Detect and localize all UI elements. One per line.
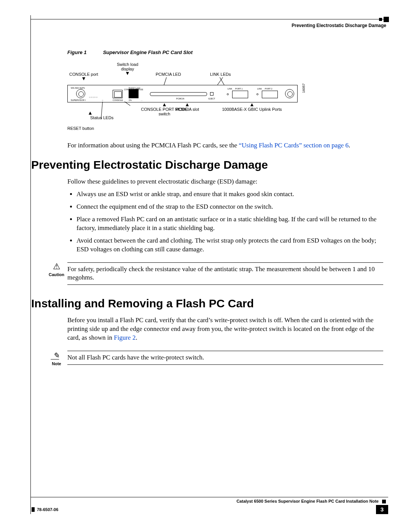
screw-left-icon <box>76 89 85 98</box>
header-corner-marker <box>384 17 389 22</box>
note-label: Note <box>46 361 67 366</box>
status-leds-icon: ○○○○○ <box>89 96 98 98</box>
gbic-port1-icon <box>232 91 248 98</box>
header-rule <box>31 19 388 19</box>
list-item: Place a removed Flash PC card on an anti… <box>76 215 383 233</box>
screw-right-icon <box>285 89 294 98</box>
note-block: Note Not all Flash PC cards have the wri… <box>46 351 383 366</box>
callout-status-leds: Status LEDs <box>67 112 113 120</box>
figure1-caption-text: Supervisor Engine Flash PC Card Slot <box>103 50 193 55</box>
caution-text: For safety, periodically check the resis… <box>67 262 383 285</box>
section1-title: Preventing Electrostatic Discharge Damag… <box>31 158 383 171</box>
page-number: 3 <box>376 505 388 514</box>
callout-link-leds: LINK LEDs <box>210 72 231 77</box>
caution-label: Caution <box>46 272 67 277</box>
list-item: Always use an ESD wrist or ankle strap, … <box>76 190 383 199</box>
caution-icon: ⚠ <box>46 262 67 271</box>
list-item: Connect the equipment end of the strap t… <box>76 203 383 211</box>
supervisor-panel: WS-X6K-SUP1 SUPERVISOR I ○○○○○ ○ CONSOLE… <box>67 85 298 102</box>
list-item: Avoid contact between the card and cloth… <box>76 236 383 254</box>
footer-marker-icon <box>382 500 386 503</box>
footer-doc-title: Catalyst 6500 Series Supervisor Engine F… <box>236 499 379 503</box>
eject-button-icon <box>210 92 213 96</box>
running-head: Preventing Electrostatic Discharge Damag… <box>292 23 386 28</box>
note-icon <box>51 351 62 357</box>
figure1-label: Figure 1 <box>67 50 102 55</box>
callout-reset-button: RESET button <box>67 126 94 131</box>
note-text: Not all Flash PC cards have the write-pr… <box>67 351 383 365</box>
load-display-icon <box>129 89 139 98</box>
callout-switch-load: Switch load display <box>117 62 138 75</box>
esd-guidelines-list: Always use an ESD wrist or ankle strap, … <box>76 190 383 254</box>
callout-uplink-ports: 1000BASE-X GBIC Uplink Ports <box>208 103 296 112</box>
caution-block: ⚠ Caution For safety, periodically check… <box>46 262 383 285</box>
section1-lead: Follow these guidelines to prevent elect… <box>67 177 383 186</box>
xref-using-flash-pc-cards[interactable]: “Using Flash PC Cards” section on page 6 <box>239 142 349 149</box>
intro-paragraph: For information about using the PCMCIA F… <box>67 141 383 150</box>
pcmcia-slot-icon <box>150 92 207 96</box>
callout-console-port: CONSOLE port <box>69 72 98 80</box>
footer-doc-number: 78-6507-06 <box>32 507 58 512</box>
figure1-diagram: CONSOLE port Switch load display PCMCIA … <box>67 62 303 134</box>
callout-pcmcia-led: PCMCIA LED <box>156 72 181 77</box>
page-footer: Catalyst 6500 Series Supervisor Engine F… <box>31 497 388 514</box>
callout-pcmcia-slot: PCMCIA slot <box>170 103 204 112</box>
console-port-icon <box>113 90 123 98</box>
figure-id-number: 16057 <box>302 83 306 93</box>
figure1-caption: Figure 1 Supervisor Engine Flash PC Card… <box>67 50 383 55</box>
section2-paragraph: Before you install a Flash PC card, veri… <box>67 316 383 342</box>
xref-figure2[interactable]: Figure 2 <box>114 334 135 341</box>
gbic-port2-icon <box>262 91 278 98</box>
section2-title: Installing and Removing a Flash PC Card <box>31 297 383 310</box>
